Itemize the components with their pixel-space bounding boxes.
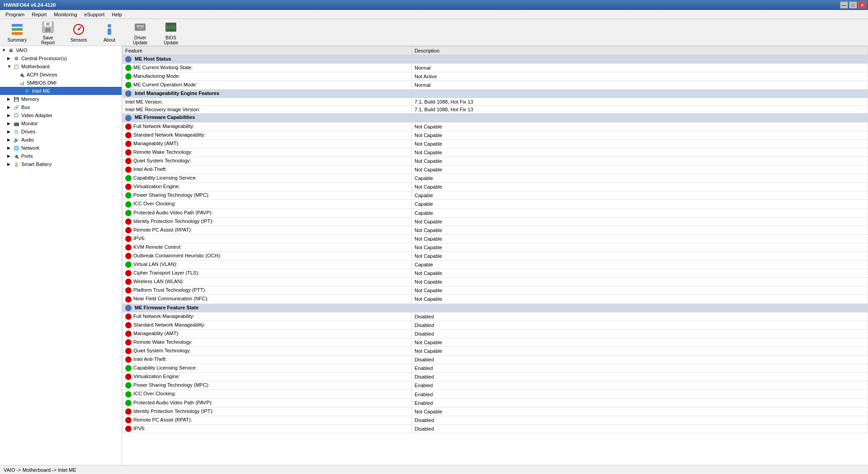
feature-cell: Near Field Communication (NFC):: [123, 295, 412, 303]
tree-item-audio[interactable]: ▶🔊Audio: [0, 136, 122, 144]
table-row: Wireless LAN (WLAN):Not Capable: [123, 278, 868, 286]
title-bar: HWiNFO64 v6.24-4120 — □ ✕: [0, 0, 868, 10]
table-row: Full Network Manageability:Disabled: [123, 312, 868, 321]
description-cell: Not Capable: [412, 166, 868, 174]
tree-item-bus[interactable]: ▶🔗Bus: [0, 103, 122, 111]
tree-arrow: ▶: [7, 97, 13, 101]
save-report-label: Save Report: [37, 35, 59, 45]
table-row: Virtualization Engine:Disabled: [123, 373, 868, 381]
menu-item-program[interactable]: Program: [2, 11, 28, 18]
feature-cell: Full Network Manageability:: [123, 122, 412, 131]
table-row: Manageablity (AMT):Not Capable: [123, 139, 868, 148]
title-text: HWiNFO64 v6.24-4120: [2, 2, 56, 8]
sensors-button[interactable]: Sensors: [65, 21, 92, 44]
menu-item-help[interactable]: Help: [108, 11, 126, 18]
tree-label: Central Processor(s): [21, 56, 67, 61]
bios-update-button[interactable]: BIOSBIOS Update: [157, 21, 184, 44]
title-controls: — □ ✕: [840, 1, 866, 9]
green-status-icon: [125, 400, 132, 406]
tree-item-smart-battery[interactable]: ▶🔋Smart Battery: [0, 160, 122, 168]
table-row: Capability Licensing Service:Enabled: [123, 364, 868, 373]
tree-label: Memory: [21, 96, 39, 102]
feature-cell: Manageablity (AMT):: [123, 329, 412, 338]
driver-update-button[interactable]: DRVDriver Update: [127, 21, 154, 44]
description-cell: Capable: [412, 191, 868, 200]
about-button[interactable]: About: [96, 21, 123, 44]
feature-cell: KVM Remote Control:: [123, 243, 412, 251]
mem-icon: 💾: [13, 95, 20, 103]
description-cell: Disabled: [412, 329, 868, 338]
feature-cell: Manufacturing Mode:: [123, 72, 412, 81]
restore-button[interactable]: □: [849, 1, 857, 9]
menu-item-report[interactable]: Report: [28, 11, 50, 18]
feature-cell: Wireless LAN (WLAN):: [123, 278, 412, 286]
sensors-icon: [71, 22, 86, 37]
minimize-button[interactable]: —: [840, 1, 848, 9]
red-status-icon: [125, 339, 132, 346]
red-status-icon: [125, 417, 132, 423]
section-icon: [125, 115, 132, 121]
table-row: Capability Licensing Service:Capable: [123, 174, 868, 183]
save-report-button[interactable]: Save Report: [34, 21, 61, 44]
tree-arrow: ▶: [7, 146, 13, 150]
table-row: Remote Wake Technology:Not Capable: [123, 148, 868, 156]
status-text: VAIO -> Motherboard -> Intel ME: [4, 467, 76, 473]
feature-cell: Quiet System Technology:: [123, 156, 412, 165]
table-row: Standard Network Manageablity:Not Capabl…: [123, 131, 868, 139]
green-status-icon: [125, 192, 132, 199]
green-status-icon: [125, 65, 132, 71]
description-cell: Not Capable: [412, 251, 868, 260]
tree-item-smbios-dmi[interactable]: 📊SMBIOS DMI: [0, 79, 122, 87]
table-row: Virtualization Engine:Not Capable: [123, 183, 868, 191]
tree-item-video-adapter[interactable]: ▶🖵Video Adapter: [0, 111, 122, 119]
tree-item-central-processors[interactable]: ▶⚙Central Processor(s): [0, 54, 122, 62]
menu-item-esupport[interactable]: eSupport: [81, 11, 108, 18]
table-row: Remote PC Assist (RPAT):Not Capable: [123, 226, 868, 234]
description-cell: Not Capable: [412, 183, 868, 191]
red-status-icon: [125, 227, 132, 233]
red-status-icon: [125, 296, 132, 303]
drives-icon: 💿: [13, 128, 20, 135]
menu-item-monitoring[interactable]: Monitoring: [50, 11, 80, 18]
tree-arrow: ▶: [7, 121, 13, 126]
description-cell: Normal: [412, 81, 868, 90]
about-label: About: [104, 38, 115, 43]
close-button[interactable]: ✕: [858, 1, 866, 9]
tree-item-motherboard[interactable]: ▼📋Motherboard: [0, 62, 122, 71]
tree-item-monitor[interactable]: ▶📺Monitor: [0, 119, 122, 128]
summary-label: Summary: [8, 38, 27, 43]
bus-icon: 🔗: [13, 104, 20, 111]
table-row: Platform Trust Technology (PTT):Not Capa…: [123, 286, 868, 295]
content-area[interactable]: Feature Description ME Host StatusME Cur…: [122, 46, 868, 465]
tree-item-vaio[interactable]: ▼🖥VAIO: [0, 46, 122, 54]
description-cell: Enabled: [412, 381, 868, 390]
description-cell: Not Active: [412, 72, 868, 81]
table-row: ICC Over Clocking:Capable: [123, 200, 868, 209]
summary-icon: [10, 22, 24, 37]
table-row: KVM Remote Control:Not Capable: [123, 243, 868, 251]
green-status-icon: [125, 391, 132, 398]
tree-item-drives[interactable]: ▶💿Drives: [0, 128, 122, 136]
tree-label: Intel ME: [32, 88, 50, 94]
tree-item-intel-me[interactable]: 🔷Intel ME: [0, 87, 122, 95]
tree-item-network[interactable]: ▶🌐Network: [0, 144, 122, 152]
tree-item-acpi-devices[interactable]: 🔌ACPI Devices: [0, 71, 122, 79]
red-status-icon: [125, 356, 132, 363]
tree-item-ports[interactable]: ▶🔌Ports: [0, 152, 122, 160]
tree-arrow: ▶: [7, 129, 13, 134]
feature-cell: Power Sharing Technology (MPC):: [123, 381, 412, 390]
svg-rect-0: [12, 24, 23, 27]
feature-cell: ME Current Operation Mode:: [123, 81, 412, 90]
tree-item-memory[interactable]: ▶💾Memory: [0, 95, 122, 103]
description-cell: Not Capable: [412, 278, 868, 286]
tree-label: ACPI Devices: [27, 72, 57, 77]
audio-icon: 🔊: [13, 136, 20, 143]
description-cell: Not Capable: [412, 139, 868, 148]
tree-label: Drives: [21, 129, 35, 134]
summary-button[interactable]: Summary: [4, 21, 31, 44]
description-cell: Not Capable: [412, 217, 868, 226]
red-status-icon: [125, 279, 132, 285]
svg-text:BIOS: BIOS: [166, 25, 176, 30]
green-status-icon: [125, 73, 132, 80]
column-description: Description: [412, 47, 868, 55]
